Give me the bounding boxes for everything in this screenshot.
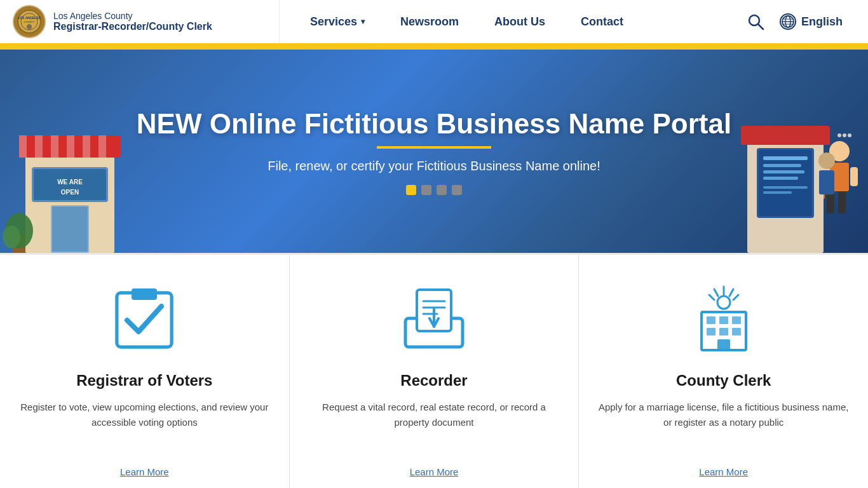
card-recorder: Recorder Request a vital record, real es… [290,255,580,488]
svg-rect-28 [52,207,88,252]
nav-items: Services ▾ Newsroom About Us Contact [292,0,731,43]
voters-card-title: Registrar of Voters [76,372,212,390]
search-icon [747,13,764,30]
county-clerk-card-title: County Clerk [676,372,771,390]
svg-rect-86 [707,328,715,336]
svg-rect-58 [763,177,798,180]
nav-newsroom[interactable]: Newsroom [383,0,477,43]
svg-text:OPEN: OPEN [61,189,79,196]
svg-line-78 [714,289,718,296]
svg-rect-21 [19,135,27,158]
voters-learn-more[interactable]: Learn More [120,466,169,477]
nav-services[interactable]: Services ▾ [292,0,383,43]
county-clerk-card-desc: Apply for a marriage license, file a fic… [598,400,849,456]
svg-rect-69 [132,288,157,300]
hero-slide-dots [137,185,731,195]
svg-rect-41 [838,191,846,214]
recorder-icon [396,280,472,356]
svg-point-81 [717,296,730,309]
nav-contact[interactable]: Contact [563,0,641,43]
voters-icon [106,280,182,356]
nav-contact-label: Contact [581,15,623,29]
search-button[interactable] [744,10,767,33]
svg-point-64 [818,152,835,169]
main-nav: Services ▾ Newsroom About Us Contact [280,0,868,43]
recorder-card-desc: Request a vital record, real estate reco… [309,400,560,456]
county-clerk-learn-more[interactable]: Learn More [699,466,748,477]
recorder-learn-more[interactable]: Learn More [410,466,459,477]
svg-rect-22 [35,135,43,158]
svg-rect-65 [819,170,834,194]
logo-block[interactable]: LOS ANGELES COUNTY Los Angeles County Re… [0,0,280,43]
svg-rect-39 [850,167,858,186]
svg-rect-85 [732,316,741,324]
svg-point-63 [848,133,851,137]
svg-rect-88 [732,328,741,336]
services-cards: Registrar of Voters Register to vote, vi… [0,253,868,488]
svg-rect-23 [51,135,58,158]
nav-about[interactable]: About Us [477,0,563,43]
nav-services-label: Services [310,15,357,29]
nav-about-label: About Us [494,15,545,29]
svg-rect-55 [763,156,808,160]
header-actions: English [731,10,855,33]
slide-dot-2[interactable] [421,185,431,195]
svg-rect-59 [763,186,808,189]
svg-point-4 [27,24,32,29]
store-left-illustration: WE ARE OPEN [0,88,140,253]
hero-title: NEW Online Fictitious Business Name Port… [137,108,731,140]
svg-rect-83 [707,316,715,324]
nav-newsroom-label: Newsroom [400,15,459,29]
slide-dot-1[interactable] [406,185,416,195]
language-button[interactable]: English [780,13,843,30]
hero-section: WE ARE OPEN [0,50,868,253]
svg-rect-60 [763,191,792,194]
svg-rect-87 [719,328,728,336]
svg-point-62 [843,133,846,137]
language-label: English [801,15,843,29]
slide-dot-4[interactable] [452,185,462,195]
svg-rect-84 [719,316,728,324]
globe-icon [780,13,796,30]
svg-text:WE ARE: WE ARE [57,179,83,186]
svg-rect-46 [741,126,830,145]
logo-seal: LOS ANGELES COUNTY [13,5,46,38]
svg-rect-24 [67,135,74,158]
card-county-clerk: County Clerk Apply for a marriage licens… [579,255,868,488]
svg-text:COUNTY: COUNTY [24,20,35,24]
store-right-illustration [728,88,868,253]
svg-rect-40 [827,191,834,214]
svg-rect-26 [98,135,106,158]
logo-line2: Registrar-Recorder/County Clerk [53,21,212,32]
logo-text: Los Angeles County Registrar-Recorder/Co… [53,11,212,32]
svg-line-77 [729,289,733,296]
svg-line-79 [733,295,738,300]
county-clerk-icon [686,280,762,356]
site-header: LOS ANGELES COUNTY Los Angeles County Re… [0,0,868,46]
svg-rect-89 [717,339,730,350]
svg-line-6 [758,24,763,29]
svg-text:LOS ANGELES: LOS ANGELES [18,16,41,20]
voters-card-desc: Register to vote, view upcoming election… [19,400,270,456]
chevron-down-icon: ▾ [361,17,365,26]
slide-dot-3[interactable] [437,185,447,195]
svg-line-80 [709,295,714,300]
seal-inner: LOS ANGELES COUNTY [14,6,44,37]
svg-rect-57 [763,170,804,173]
hero-divider [377,146,491,149]
svg-point-61 [837,133,841,137]
svg-rect-56 [763,164,801,167]
hero-subtitle: File, renew, or certify your Fictitious … [137,159,731,173]
hero-content: NEW Online Fictitious Business Name Port… [124,108,744,195]
recorder-card-title: Recorder [400,372,467,390]
logo-line1: Los Angeles County [53,11,212,21]
card-registrar-of-voters: Registrar of Voters Register to vote, vi… [0,255,290,488]
svg-rect-25 [83,135,90,158]
svg-point-35 [3,226,20,248]
seal-svg: LOS ANGELES COUNTY [17,9,42,34]
